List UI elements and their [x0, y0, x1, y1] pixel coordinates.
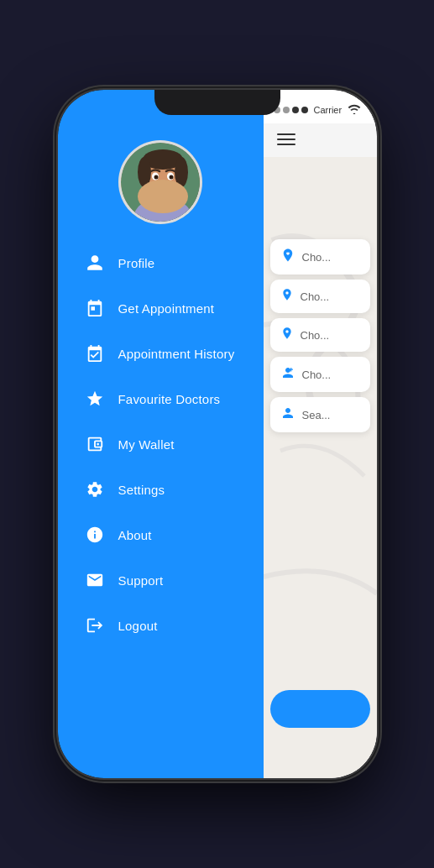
search-card-text-4: Cho... [302, 369, 332, 381]
search-card-text-1: Cho... [302, 251, 332, 264]
sidebar-item-support[interactable]: Support [66, 558, 255, 602]
hamburger-button[interactable] [274, 130, 299, 149]
svg-point-12 [97, 443, 99, 446]
notch [154, 90, 280, 115]
wallet-icon [83, 432, 107, 456]
map-area: Cho... Cho... [264, 157, 377, 778]
email-icon [83, 568, 107, 592]
gear-icon [83, 478, 107, 501]
bottom-action-button[interactable] [270, 690, 370, 728]
search-card-3[interactable]: Cho... [270, 318, 370, 352]
search-card-1[interactable]: Cho... [270, 239, 370, 275]
svg-point-5 [138, 157, 151, 187]
hamburger-line-3 [277, 144, 295, 145]
logout-icon [83, 614, 107, 637]
carrier-label: Carrier [314, 105, 342, 115]
search-doctor-icon [280, 405, 295, 424]
search-card-text-5: Sea... [302, 409, 331, 421]
sidebar-item-label-my-wallet: My Wallet [118, 437, 175, 452]
sidebar-item-label-support: Support [118, 573, 164, 588]
search-card-4[interactable]: Cho... [270, 357, 370, 392]
sidebar-item-label-get-appointment: Get Appointment [118, 301, 215, 316]
svg-point-11 [149, 185, 176, 198]
location-person-icon [280, 248, 295, 266]
person-icon [83, 251, 107, 275]
sidebar-item-label-logout: Logout [118, 619, 158, 633]
sidebar-item-label-settings: Settings [118, 483, 165, 497]
person-medical-icon [280, 365, 295, 384]
sidebar-item-settings[interactable]: Settings [66, 468, 255, 511]
signal-area: Carrier [274, 104, 362, 117]
phone-screen: Profile Get Appointment [58, 90, 377, 778]
sidebar-item-profile[interactable]: Profile [66, 241, 255, 285]
svg-rect-15 [290, 368, 291, 372]
search-card-2[interactable]: Cho... [270, 280, 370, 313]
signal-dot-3 [292, 107, 299, 113]
svg-point-1 [133, 197, 192, 222]
avatar-image [121, 143, 200, 222]
signal-dot-2 [283, 107, 290, 113]
search-card-text-2: Cho... [301, 290, 330, 303]
pin-icon-1 [280, 288, 294, 305]
info-icon [83, 523, 107, 546]
sidebar-item-label-profile: Profile [118, 256, 155, 270]
avatar [118, 140, 202, 224]
sidebar-item-logout[interactable]: Logout [66, 604, 255, 647]
sidebar-item-label-favourite-doctors: Favourite Doctors [118, 392, 221, 406]
star-icon [83, 387, 107, 410]
sidebar-item-label-about: About [118, 528, 152, 542]
svg-point-9 [154, 175, 159, 180]
hamburger-line-2 [277, 139, 295, 140]
svg-point-6 [175, 157, 188, 187]
sidebar-item-favourite-doctors[interactable]: Favourite Doctors [66, 377, 255, 421]
sidebar-item-get-appointment[interactable]: Get Appointment [66, 286, 255, 330]
right-panel: Carrier [264, 90, 377, 778]
search-cards-container: Cho... Cho... [264, 233, 377, 439]
phone-wrapper: Profile Get Appointment [0, 0, 434, 868]
search-card-text-3: Cho... [301, 329, 330, 342]
signal-dot-4 [301, 107, 308, 113]
phone-frame: Profile Get Appointment [58, 90, 377, 778]
sidebar-item-label-appointment-history: Appointment History [118, 347, 235, 361]
pin-icon-2 [280, 327, 294, 343]
sidebar-item-my-wallet[interactable]: My Wallet [66, 422, 255, 466]
hamburger-line-1 [277, 133, 295, 135]
svg-point-10 [170, 175, 174, 180]
calendar-icon [83, 296, 107, 320]
search-card-5[interactable]: Sea... [270, 397, 370, 432]
wifi-icon [348, 104, 361, 117]
sidebar-item-appointment-history[interactable]: Appointment History [66, 332, 255, 375]
svg-point-13 [286, 249, 290, 253]
menu-list: Profile Get Appointment [58, 241, 264, 778]
sidebar: Profile Get Appointment [58, 90, 264, 778]
status-bar: Carrier [264, 90, 377, 123]
svg-rect-2 [156, 191, 170, 205]
calendar-check-icon [83, 342, 107, 365]
sidebar-item-about[interactable]: About [66, 513, 255, 557]
